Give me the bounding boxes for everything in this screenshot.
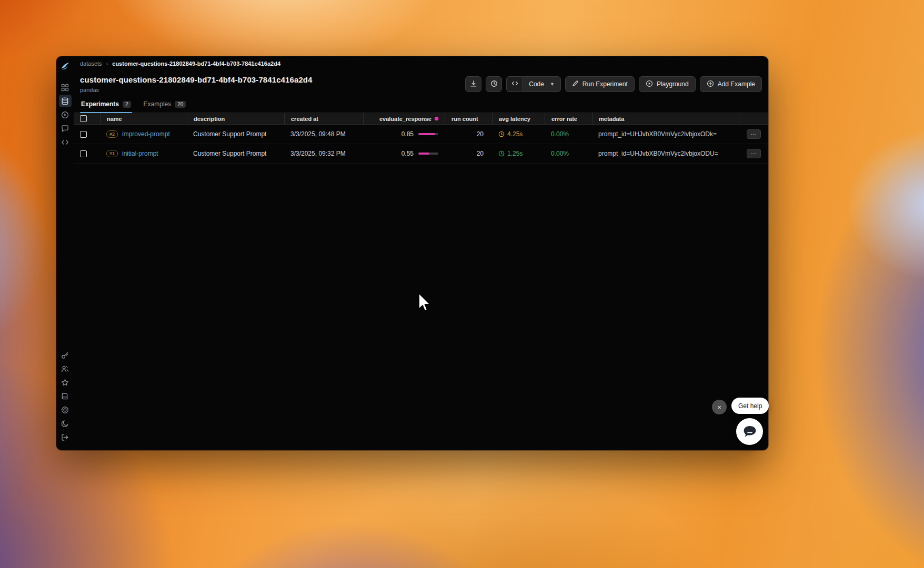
evaluate-score-bar-fill bbox=[418, 133, 435, 135]
experiment-name-link[interactable]: initial-prompt bbox=[122, 150, 158, 157]
select-all-checkbox[interactable] bbox=[80, 115, 87, 122]
close-icon: × bbox=[717, 403, 721, 411]
desktop-background: datasets › customer-questions-21802849-b… bbox=[0, 0, 924, 568]
chat-bubble-icon bbox=[61, 125, 69, 133]
table-empty-area bbox=[74, 164, 768, 450]
column-header-metadata[interactable]: metadata bbox=[592, 113, 739, 124]
download-button[interactable] bbox=[465, 76, 481, 92]
code-brackets-icon bbox=[511, 80, 518, 88]
column-header-avg-latency[interactable]: avg latency bbox=[492, 113, 545, 124]
row-actions-cell: … bbox=[739, 149, 768, 158]
code-brackets-icon bbox=[61, 138, 69, 146]
history-button[interactable] bbox=[486, 76, 502, 92]
column-header-created-at[interactable]: created at bbox=[284, 113, 363, 124]
experiment-name-link[interactable]: improved-prompt bbox=[122, 130, 170, 138]
sidebar bbox=[56, 56, 74, 450]
tab-examples[interactable]: Examples 20 bbox=[143, 97, 187, 113]
evaluate-score-bar bbox=[418, 133, 438, 135]
breadcrumb-datasets-link[interactable]: datasets bbox=[80, 60, 102, 67]
database-icon bbox=[61, 97, 69, 105]
sidebar-item-api-keys[interactable] bbox=[59, 349, 72, 361]
phoenix-app-window: datasets › customer-questions-21802849-b… bbox=[56, 56, 768, 450]
row-avg-latency-cell: 4.25s bbox=[492, 130, 545, 138]
column-header-name[interactable]: name bbox=[100, 113, 187, 124]
sidebar-item-users[interactable] bbox=[59, 362, 72, 375]
add-example-button[interactable]: Add Example bbox=[700, 76, 762, 92]
tab-experiments[interactable]: Experiments 2 bbox=[80, 97, 132, 113]
sidebar-item-settings[interactable] bbox=[59, 376, 72, 389]
plus-circle-icon bbox=[707, 80, 714, 89]
table-row[interactable]: #2 improved-prompt Customer Support Prom… bbox=[74, 125, 768, 144]
sidebar-item-theme-toggle[interactable] bbox=[59, 417, 72, 430]
dismiss-help-button[interactable]: × bbox=[712, 400, 727, 414]
play-circle-icon bbox=[646, 80, 653, 89]
tab-experiments-count: 2 bbox=[123, 101, 131, 108]
experiment-number-badge: #1 bbox=[106, 150, 118, 157]
row-run-count-cell: 20 bbox=[445, 150, 492, 157]
sidebar-item-prompts[interactable] bbox=[59, 122, 72, 135]
evaluate-score-bar-fill bbox=[418, 153, 429, 155]
more-ellipsis-button[interactable]: … bbox=[747, 149, 761, 158]
playground-button[interactable]: Playground bbox=[639, 76, 696, 92]
toolbar: Code ▼ Run Experiment bbox=[465, 76, 762, 92]
row-evaluate-response-cell: 0.55 bbox=[363, 150, 445, 157]
code-brackets-button[interactable] bbox=[506, 76, 523, 92]
chat-launcher-button[interactable] bbox=[736, 418, 763, 445]
sidebar-item-apis[interactable] bbox=[59, 136, 72, 148]
row-select-cell bbox=[74, 131, 100, 138]
page-header: customer-questions-21802849-bd71-4bf4-b7… bbox=[74, 70, 768, 97]
row-checkbox[interactable] bbox=[80, 131, 87, 138]
breadcrumb-separator-icon: › bbox=[106, 60, 108, 67]
breadcrumb: datasets › customer-questions-21802849-b… bbox=[74, 56, 768, 70]
sidebar-item-logout[interactable] bbox=[59, 431, 72, 443]
column-header-run-count[interactable]: run count bbox=[445, 113, 492, 124]
row-error-rate-cell: 0.00% bbox=[545, 150, 592, 157]
code-button-group: Code ▼ bbox=[506, 76, 561, 92]
code-dropdown-label: Code bbox=[529, 80, 544, 88]
column-header-description[interactable]: description bbox=[187, 113, 284, 124]
row-metadata-cell: prompt_id=UHJvbXB0VmVyc2lvbjoxODk= bbox=[592, 130, 739, 138]
tab-experiments-label: Experiments bbox=[81, 100, 119, 108]
experiment-number-badge: #2 bbox=[106, 130, 118, 138]
star-icon bbox=[61, 379, 69, 387]
latency-value: 1.25s bbox=[507, 150, 523, 157]
table-row[interactable]: #1 initial-prompt Customer Support Promp… bbox=[74, 144, 768, 164]
run-experiment-button[interactable]: Run Experiment bbox=[565, 76, 635, 92]
download-icon bbox=[470, 80, 477, 89]
chevron-down-icon: ▼ bbox=[550, 82, 555, 87]
playground-label: Playground bbox=[657, 80, 689, 88]
get-help-button[interactable]: Get help bbox=[731, 398, 769, 414]
main-content: datasets › customer-questions-21802849-b… bbox=[74, 56, 768, 450]
sidebar-item-docs[interactable] bbox=[59, 390, 72, 402]
row-description-cell: Customer Support Prompt bbox=[187, 150, 284, 157]
lifebuoy-icon bbox=[61, 406, 69, 414]
evaluate-score: 0.85 bbox=[401, 130, 414, 138]
latency-clock-icon bbox=[498, 131, 505, 137]
evaluator-pink-dot-icon bbox=[435, 117, 438, 120]
more-ellipsis-button[interactable]: … bbox=[747, 129, 761, 139]
column-header-evaluate-response[interactable]: evaluate_response bbox=[363, 113, 445, 124]
column-header-error-rate[interactable]: error rate bbox=[545, 113, 592, 124]
moon-icon bbox=[61, 420, 69, 428]
row-checkbox[interactable] bbox=[80, 150, 87, 157]
grid-icon bbox=[61, 84, 69, 92]
evaluate-score: 0.55 bbox=[401, 150, 414, 157]
title-block: customer-questions-21802849-bd71-4bf4-b7… bbox=[80, 75, 313, 93]
phoenix-logo[interactable] bbox=[60, 62, 71, 71]
row-select-cell bbox=[74, 150, 100, 157]
sidebar-item-home[interactable] bbox=[59, 81, 72, 94]
column-header-evaluate-response-label: evaluate_response bbox=[379, 116, 431, 122]
chat-bubble-icon bbox=[742, 424, 758, 439]
row-evaluate-response-cell: 0.85 bbox=[363, 130, 445, 138]
table-header: name description created at evaluate_res… bbox=[74, 113, 768, 125]
pencil-icon bbox=[572, 80, 579, 88]
users-icon bbox=[61, 365, 69, 373]
add-example-label: Add Example bbox=[718, 80, 755, 88]
row-created-at-cell: 3/3/2025, 09:48 PM bbox=[284, 130, 363, 138]
sidebar-item-playground[interactable] bbox=[59, 108, 72, 121]
code-dropdown-button[interactable]: Code ▼ bbox=[523, 76, 561, 92]
tab-examples-label: Examples bbox=[144, 100, 172, 108]
row-metadata-cell: prompt_id=UHJvbXB0VmVyc2lvbjoxODU= bbox=[592, 150, 739, 157]
sidebar-item-support[interactable] bbox=[59, 403, 72, 416]
sidebar-item-datasets[interactable] bbox=[59, 95, 72, 107]
